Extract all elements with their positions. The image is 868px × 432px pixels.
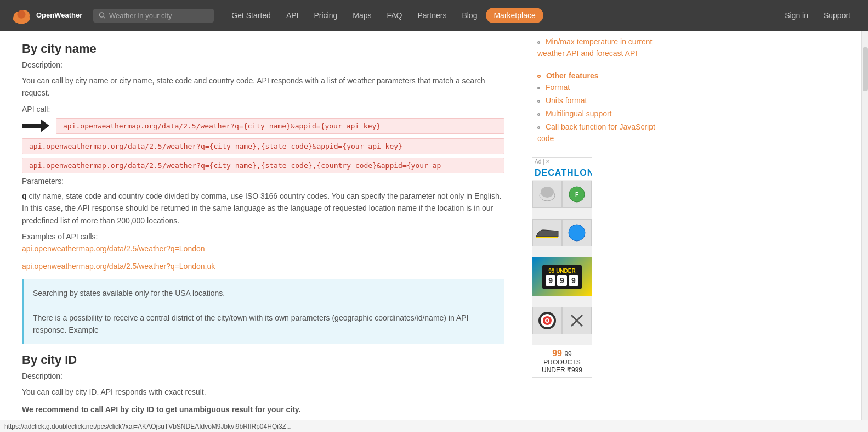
sidebar-item-multilingual: Multilingual support [537,108,669,120]
ad-count: 99 [552,349,564,358]
right-panel: Min/max temperature in current weather A… [526,31,680,432]
status-bar: https://adclick.g.doubleclick.net/pcs/cl… [0,420,868,432]
ad-header: Ad | ✕ [532,158,592,166]
search-icon [99,12,106,19]
sidebar: Min/max temperature in current weather A… [526,31,680,152]
city-id-recommend: We recommend to call API by city ID to g… [22,403,504,416]
city-id-desc-label: Description: [22,372,504,380]
navbar: OpenWeather Get Started API Pricing Maps… [0,0,868,31]
nav-marketplace[interactable]: Marketplace [486,8,543,23]
by-city-id-title: By city ID [22,353,504,367]
note2: There is a possibility to receive a cent… [33,312,496,336]
ad-slot-machine: 99 UNDER 9 9 9 [532,257,592,296]
status-url: https://adclick.g.doubleclick.net/pcs/cl… [4,423,292,430]
slot-label: 99 UNDER [546,268,578,274]
param-q-bold: q [22,192,27,200]
sidebar-item-format: Format [537,82,669,93]
logo-link[interactable]: OpenWeather [11,5,82,26]
svg-text:F: F [575,192,578,198]
nav-get-started[interactable]: Get Started [225,8,277,23]
bullet-sm-units [537,100,540,103]
arrow-icon [22,118,49,133]
svg-point-9 [541,187,554,198]
api-call-3: api.openweathermap.org/data/2.5/weather?… [22,158,504,173]
scroll-thumb[interactable] [863,47,868,91]
parameters-label: Parameters: [22,177,504,186]
bullet-icon-main [537,75,541,78]
ad-product-3 [532,219,562,246]
bullet-sm-format [537,87,540,89]
description-text: You can call by city name or city name, … [22,75,504,99]
ad-image-area: F [532,181,592,345]
sidebar-link-callback[interactable]: Call back function for JavaScript code [537,122,655,143]
api-call-1: api.openweathermap.org/data/2.5/weather?… [56,118,504,134]
ad-product-2: F [562,181,592,208]
nav-partners[interactable]: Partners [411,8,453,23]
sidebar-item-units: Units format [537,95,669,106]
svg-marker-7 [41,119,49,132]
by-city-name-title: By city name [22,42,504,56]
nav-support[interactable]: Support [817,8,857,23]
sidebar-top-list: Min/max temperature in current weather A… [537,36,669,59]
sidebar-link-units[interactable]: Units format [546,96,587,105]
ad-price-label: UNDER ₹999 [542,366,582,374]
bullet-icon [537,41,540,44]
ad-tag: Ad | ✕ [535,159,550,165]
api-call-label: API call: [22,105,504,114]
svg-line-5 [104,16,105,18]
logo-text: OpenWeather [36,11,82,20]
ad-product-1 [532,181,562,208]
example-link-1[interactable]: api.openweathermap.org/data/2.5/weather?… [22,244,205,253]
bullet-sm-multilingual [537,113,540,116]
api-call-2: api.openweathermap.org/data/2.5/weather?… [22,138,504,154]
ad-footer: 99 99 PRODUCTS UNDER ₹999 [532,345,592,377]
ad-container: Ad | ✕ DECATHLON [526,152,592,383]
search-input[interactable] [109,12,208,20]
description-label: Description: [22,60,504,69]
sidebar-link-format[interactable]: Format [546,83,570,92]
example-link-2[interactable]: api.openweathermap.org/data/2.5/weather?… [22,262,215,271]
param-q-text: city name, state code and country code d… [22,192,502,225]
scrollbar[interactable] [861,31,868,432]
api-call-row-1: api.openweathermap.org/data/2.5/weather?… [22,118,504,134]
ad-product-grid: F [532,181,592,345]
param-q: q city name, state code and country code… [22,190,504,227]
ad-box[interactable]: Ad | ✕ DECATHLON [532,157,592,378]
nav-pricing[interactable]: Pricing [307,8,344,23]
ad-product-6 [562,307,592,334]
sidebar-link-multilingual[interactable]: Multilingual support [546,109,612,118]
svg-rect-6 [22,124,42,128]
sidebar-item-callback: Call back function for JavaScript code [537,121,669,144]
sidebar-section-other[interactable]: Other features [546,71,599,80]
note-box: Searching by states available only for t… [22,279,504,344]
nav-links: Get Started API Pricing Maps FAQ Partner… [225,8,778,23]
svg-point-3 [17,10,25,19]
logo-icon [11,5,32,26]
svg-point-12 [569,225,585,241]
nav-blog[interactable]: Blog [455,8,484,23]
sidebar-other-features: Other features Format Units format Multi… [537,70,669,144]
nav-right: Sign in Support [778,8,857,23]
sidebar-sublist: Format Units format Multilingual support… [537,82,669,144]
svg-point-4 [100,13,104,17]
nav-maps[interactable]: Maps [346,8,378,23]
page-layout: By city name Description: You can call b… [0,31,868,432]
sidebar-item-minmax: Min/max temperature in current weather A… [537,36,669,59]
examples-label: Examples of API calls: [22,232,504,241]
svg-point-17 [546,319,548,322]
main-content: By city name Description: You can call b… [0,31,526,432]
city-id-desc: You can call by city ID. API responds wi… [22,386,504,398]
search-box[interactable] [93,9,214,23]
ad-product-5 [532,307,562,334]
decathlon-brand: DECATHLON [532,166,592,181]
bullet-sm-callback [537,126,540,129]
nav-faq[interactable]: FAQ [380,8,409,23]
sidebar-link-minmax[interactable]: Min/max temperature in current weather A… [537,37,652,58]
note1: Searching by states available only for t… [33,287,496,299]
nav-signin[interactable]: Sign in [778,8,815,23]
nav-api[interactable]: API [280,8,305,23]
ad-product-4 [562,219,592,246]
